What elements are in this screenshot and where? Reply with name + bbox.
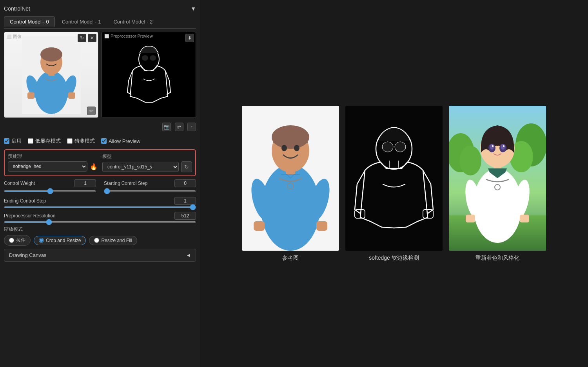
edge-preview (102, 32, 196, 118)
output-label-3: 重新着色和风格化 (475, 255, 519, 262)
edge-detection-photo (345, 106, 443, 251)
checkboxes-row: 启用 低显存模式 猜测模式 Allow Preview (4, 136, 196, 146)
ending-step-row: Ending Control Step (4, 197, 196, 208)
starting-step-header: Starting Control Step (104, 179, 196, 187)
tab-control-model-2[interactable]: Control Model - 2 (108, 16, 158, 27)
svg-rect-49 (466, 215, 475, 222)
model-select[interactable]: control_v11p_sd15_s (102, 162, 179, 172)
model-row: 预处理 softedge_hed 🔥 模型 control_v11p_sd15_… (4, 149, 196, 176)
ending-step-value[interactable] (174, 197, 196, 205)
download-preview-btn[interactable]: ⬇ (185, 34, 194, 42)
allow-preview-checkbox[interactable]: Allow Preview (101, 138, 140, 144)
svg-rect-8 (68, 92, 75, 99)
preview-image-controls: ⬇ (185, 34, 194, 42)
ref-nurse-svg (242, 106, 339, 251)
svg-point-12 (150, 55, 156, 61)
edge-svg (122, 38, 176, 112)
preprocessor-preview-label: ⬜ Preprocessor Preview (104, 34, 153, 38)
scale-resize-fill[interactable]: Resize and Fill (89, 236, 137, 245)
control-weight-value[interactable] (74, 179, 96, 187)
preprocessor-group: 预处理 softedge_hed 🔥 (8, 153, 98, 172)
collapse-icon[interactable]: ▼ (191, 5, 196, 12)
nurse-svg (22, 36, 81, 114)
refresh-input-btn[interactable]: ↻ (78, 34, 86, 42)
svg-point-46 (492, 145, 494, 147)
low-vram-checkbox[interactable]: 低显存模式 (28, 137, 61, 145)
model-group: 模型 control_v11p_sd15_s ↻ (102, 153, 192, 172)
input-image-controls: ↻ ✕ (78, 34, 96, 42)
control-weight-label: Control Weight (4, 181, 35, 186)
control-weight-header: Control Weight (4, 179, 96, 187)
resolution-header: Preprocessor Resolution (4, 212, 196, 220)
output-image-3: 重新着色和风格化 (449, 106, 546, 262)
ending-step-label: Ending Control Step (4, 198, 46, 204)
resolution-slider[interactable] (4, 221, 196, 223)
input-image-box[interactable]: ⬜ 图像 ↻ ✕ (4, 32, 98, 118)
scale-stretch[interactable]: 拉伸 (4, 235, 31, 246)
output-image-2: softedge 软边缘检测 (345, 106, 443, 262)
model-refresh-btn[interactable]: ↻ (181, 161, 192, 172)
enable-checkbox[interactable]: 启用 (4, 137, 22, 145)
drawing-canvas-row[interactable]: Drawing Canvas ◄ (4, 249, 196, 262)
svg-point-47 (503, 145, 505, 147)
panel-title: ControlNet (4, 5, 30, 12)
tab-control-model-1[interactable]: Control Model - 1 (56, 16, 107, 27)
starting-step-slider[interactable] (104, 190, 196, 192)
svg-point-11 (142, 55, 148, 61)
preprocessor-label: 预处理 (8, 153, 98, 160)
resolution-label: Preprocessor Resolution (4, 213, 55, 219)
anime-illustration (449, 106, 546, 251)
svg-point-1 (35, 71, 68, 114)
nurse-photo: ✏ (4, 32, 98, 118)
camera-icon-btn[interactable]: 📷 (162, 123, 171, 131)
tools-row: 📷 ⇄ ↑ (4, 121, 196, 133)
model-tabs: Control Model - 0 Control Model - 1 Cont… (4, 16, 196, 29)
preprocessor-select[interactable]: softedge_hed (8, 161, 87, 172)
output-label-2: softedge 软边缘检测 (369, 255, 419, 262)
edge-detection-large (345, 106, 443, 251)
resolution-value[interactable] (174, 212, 196, 220)
drawing-canvas-collapse[interactable]: ◄ (186, 252, 191, 258)
scale-mode-section: 缩放模式 拉伸 Crop and Resize Resize and Fill (4, 226, 196, 246)
svg-point-45 (501, 144, 505, 150)
svg-rect-7 (27, 92, 34, 99)
svg-point-6 (40, 47, 62, 61)
preprocessor-select-row: softedge_hed 🔥 (8, 161, 98, 172)
svg-point-35 (459, 146, 481, 175)
scale-mode-label: 缩放模式 (4, 226, 196, 233)
scale-crop-resize[interactable]: Crop and Resize (34, 236, 86, 245)
sliders-section: Control Weight Starting Control Step End… (4, 179, 196, 223)
svg-point-44 (490, 144, 494, 150)
svg-rect-50 (520, 215, 529, 222)
image-row: ⬜ 图像 ↻ ✕ (4, 32, 196, 118)
starting-step-item: Starting Control Step (104, 179, 196, 193)
starting-step-label: Starting Control Step (104, 181, 147, 186)
guess-mode-checkbox[interactable]: 猜测模式 (67, 137, 95, 145)
output-images: 参考图 (242, 106, 546, 262)
ending-step-header: Ending Control Step (4, 197, 196, 205)
output-image-1: 参考图 (242, 106, 339, 262)
close-input-btn[interactable]: ✕ (88, 34, 96, 42)
preprocessor-preview-box: ⬜ Preprocessor Preview ⬇ (102, 32, 196, 118)
edge-large-svg (345, 106, 443, 251)
svg-point-21 (294, 145, 299, 151)
output-label-1: 参考图 (282, 255, 299, 262)
svg-point-20 (281, 145, 287, 151)
tab-control-model-0[interactable]: Control Model - 0 (4, 16, 55, 27)
reference-nurse-photo (242, 106, 339, 251)
ending-step-slider[interactable] (4, 206, 196, 208)
control-net-panel: ControlNet ▼ Control Model - 0 Control M… (0, 0, 200, 367)
anime-svg (449, 106, 546, 251)
swap-icon-btn[interactable]: ⇄ (175, 123, 183, 131)
starting-step-value[interactable] (174, 179, 196, 187)
svg-rect-24 (316, 221, 327, 231)
control-weight-slider[interactable] (4, 190, 96, 192)
weight-step-row: Control Weight Starting Control Step (4, 179, 196, 193)
input-image-label: ⬜ 图像 (7, 34, 22, 40)
drawing-canvas-label: Drawing Canvas (9, 252, 46, 258)
upload-icon-btn[interactable]: ↑ (187, 123, 196, 131)
right-panel: 参考图 (200, 0, 588, 367)
model-label: 模型 (102, 153, 192, 160)
edit-image-btn[interactable]: ✏ (87, 107, 96, 115)
svg-point-28 (395, 142, 406, 152)
